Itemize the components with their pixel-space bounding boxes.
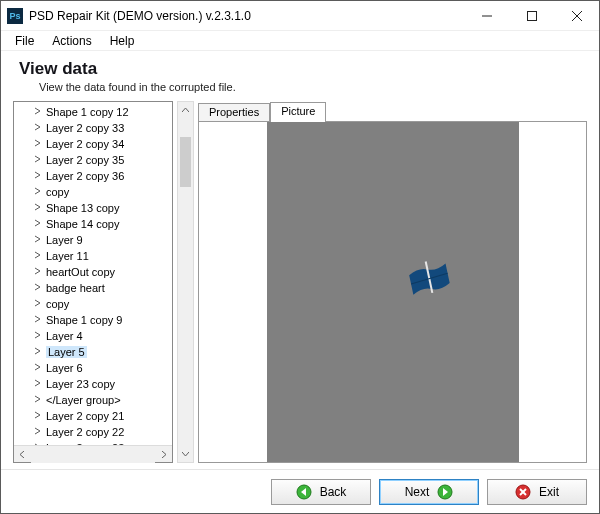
tree-item[interactable]: Layer 11: [14, 248, 172, 264]
expand-icon[interactable]: [34, 171, 42, 179]
tree-item[interactable]: copy: [14, 184, 172, 200]
tree-item-label: Shape 1 copy 9: [46, 314, 122, 326]
menu-bar: File Actions Help: [1, 31, 599, 51]
expand-icon[interactable]: [34, 315, 42, 323]
expand-icon[interactable]: [34, 363, 42, 371]
tree-item-label: Layer 4: [46, 330, 83, 342]
chevron-right-icon: [160, 451, 167, 458]
tree-item[interactable]: Layer 2 copy 22: [14, 424, 172, 440]
tree-item[interactable]: Shape 14 copy: [14, 216, 172, 232]
tree-item-label: copy: [46, 298, 69, 310]
tree-item[interactable]: Layer 2 copy 35: [14, 152, 172, 168]
next-arrow-icon: [437, 484, 453, 500]
tree-item[interactable]: Layer 2 copy 36: [14, 168, 172, 184]
menu-help[interactable]: Help: [102, 32, 143, 50]
tree-item[interactable]: Shape 1 copy 12: [14, 104, 172, 120]
chevron-up-icon: [182, 107, 189, 114]
tree-item[interactable]: Shape 1 copy 9: [14, 312, 172, 328]
tree-item[interactable]: Layer 23 copy: [14, 376, 172, 392]
expand-icon[interactable]: [34, 251, 42, 259]
tree-item-label: Layer 2 copy 23: [46, 442, 124, 445]
scroll-down-button[interactable]: [178, 445, 193, 462]
back-button[interactable]: Back: [271, 479, 371, 505]
exit-icon: [515, 484, 531, 500]
tab-properties[interactable]: Properties: [198, 103, 270, 121]
tab-picture[interactable]: Picture: [270, 102, 326, 122]
layer-tree-panel: Shape 1 copy 12Layer 2 copy 33Layer 2 co…: [13, 101, 173, 463]
tree-item[interactable]: </Layer group>: [14, 392, 172, 408]
tree-item-label: Layer 2 copy 36: [46, 170, 124, 182]
app-icon: Ps: [7, 8, 23, 24]
expand-icon[interactable]: [34, 107, 42, 115]
expand-icon[interactable]: [34, 187, 42, 195]
scroll-right-button[interactable]: [155, 446, 172, 463]
content-area: Shape 1 copy 12Layer 2 copy 33Layer 2 co…: [1, 97, 599, 463]
tree-item[interactable]: Layer 5: [14, 344, 172, 360]
maximize-button[interactable]: [509, 1, 554, 30]
chevron-left-icon: [19, 451, 26, 458]
expand-icon[interactable]: [34, 331, 42, 339]
tree-item[interactable]: Layer 2 copy 23: [14, 440, 172, 445]
minimize-button[interactable]: [464, 1, 509, 30]
tree-item-label: </Layer group>: [46, 394, 121, 406]
tree-item[interactable]: Layer 9: [14, 232, 172, 248]
title-bar: Ps PSD Repair Kit (DEMO version.) v.2.3.…: [1, 1, 599, 31]
expand-icon[interactable]: [34, 347, 42, 355]
expand-icon[interactable]: [34, 123, 42, 131]
layer-preview-shape: [407, 257, 453, 297]
tree-item[interactable]: Layer 6: [14, 360, 172, 376]
expand-icon[interactable]: [34, 427, 42, 435]
expand-icon[interactable]: [34, 411, 42, 419]
tree-item-label: Layer 2 copy 33: [46, 122, 124, 134]
tree-item-label: Shape 1 copy 12: [46, 106, 129, 118]
scroll-track[interactable]: [31, 446, 155, 463]
tree-item[interactable]: badge heart: [14, 280, 172, 296]
expand-icon[interactable]: [34, 443, 42, 445]
expand-icon[interactable]: [34, 203, 42, 211]
tree-item[interactable]: heartOut copy: [14, 264, 172, 280]
tree-vertical-scrollbar[interactable]: [177, 101, 194, 463]
tree-item-label: Layer 6: [46, 362, 83, 374]
tree-item[interactable]: Shape 13 copy: [14, 200, 172, 216]
menu-actions[interactable]: Actions: [44, 32, 99, 50]
exit-button[interactable]: Exit: [487, 479, 587, 505]
page-heading: View data View the data found in the cor…: [1, 51, 599, 97]
page-subtitle: View the data found in the corrupted fil…: [39, 81, 581, 93]
expand-icon[interactable]: [34, 267, 42, 275]
wizard-button-bar: Back Next Exit: [1, 469, 599, 513]
tree-horizontal-scrollbar[interactable]: [14, 445, 172, 462]
expand-icon[interactable]: [34, 299, 42, 307]
scroll-up-button[interactable]: [178, 102, 193, 119]
expand-icon[interactable]: [34, 155, 42, 163]
expand-icon[interactable]: [34, 219, 42, 227]
tree-item[interactable]: Layer 2 copy 33: [14, 120, 172, 136]
scroll-thumb[interactable]: [180, 137, 191, 187]
close-button[interactable]: [554, 1, 599, 30]
expand-icon[interactable]: [34, 283, 42, 291]
menu-file[interactable]: File: [7, 32, 42, 50]
expand-icon[interactable]: [34, 235, 42, 243]
scroll-track-vertical[interactable]: [178, 119, 193, 445]
layer-tree[interactable]: Shape 1 copy 12Layer 2 copy 33Layer 2 co…: [14, 102, 172, 445]
tree-item-label: Layer 2 copy 35: [46, 154, 124, 166]
tree-item[interactable]: Layer 4: [14, 328, 172, 344]
expand-icon[interactable]: [34, 379, 42, 387]
minimize-icon: [482, 11, 492, 21]
preview-panel: Properties Picture: [198, 101, 587, 463]
window-title: PSD Repair Kit (DEMO version.) v.2.3.1.0: [29, 9, 464, 23]
tree-item-label: Layer 5: [46, 346, 87, 358]
tree-item-label: copy: [46, 186, 69, 198]
expand-icon[interactable]: [34, 139, 42, 147]
exit-button-label: Exit: [539, 485, 559, 499]
tree-item-label: Shape 14 copy: [46, 218, 119, 230]
tab-content-picture: [198, 121, 587, 463]
scroll-left-button[interactable]: [14, 446, 31, 463]
next-button[interactable]: Next: [379, 479, 479, 505]
tree-item[interactable]: Layer 2 copy 34: [14, 136, 172, 152]
expand-icon[interactable]: [34, 395, 42, 403]
tree-item[interactable]: copy: [14, 296, 172, 312]
back-arrow-icon: [296, 484, 312, 500]
tree-item-label: heartOut copy: [46, 266, 115, 278]
tree-item-label: Layer 23 copy: [46, 378, 115, 390]
tree-item[interactable]: Layer 2 copy 21: [14, 408, 172, 424]
